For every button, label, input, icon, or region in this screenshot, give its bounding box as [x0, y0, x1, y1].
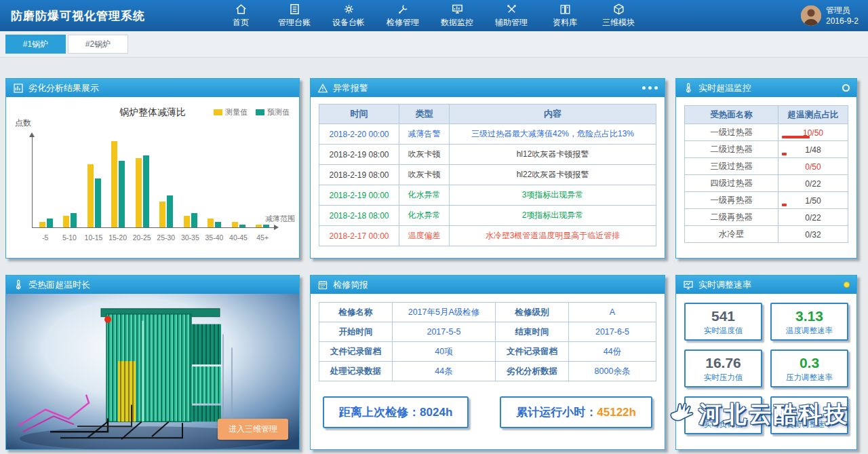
- panel-header: 检修简报: [311, 276, 665, 294]
- alarm-row: 2018-2-17 00:00温度偏差水冷壁3根管道温度明显高于临近管排: [319, 226, 656, 246]
- panel-title: 劣化分析结果展示: [28, 82, 99, 94]
- stat-label: 温度调整速率: [773, 326, 846, 336]
- bar-测量值: [159, 202, 165, 227]
- maintenance-row: 文件记录留档40项文件记录留档44份: [319, 342, 656, 362]
- chart-x-labels: -55-1010-1515-2020-2525-3030-3535-4040-4…: [32, 231, 276, 242]
- dashboard-grid: 劣化分析结果展示 点数 锅炉整体减薄比 测量值预测值 -55-1010-1515…: [0, 58, 868, 450]
- nav-item-4[interactable]: 检修管理: [387, 3, 419, 29]
- main-nav: 首页管理台账设备台帐检修管理数据监控辅助管理资料库三维模块: [225, 3, 635, 29]
- library-icon: [559, 3, 572, 16]
- x-tick-label: 40-45: [226, 231, 251, 242]
- bar-测量值: [208, 219, 214, 227]
- overtemp-table: 受热面名称 超温测点占比 一级过热器10/50二级过热器1/48三级过热器0/5…: [684, 105, 848, 243]
- bar-预测值: [143, 155, 149, 227]
- status-indicator: [844, 282, 850, 288]
- nav-item-8[interactable]: 三维模块: [602, 3, 635, 29]
- button-value: 8024h: [420, 406, 452, 419]
- tab-boiler-1[interactable]: #1锅炉: [5, 35, 66, 54]
- nav-item-5[interactable]: 数据监控: [441, 3, 473, 29]
- alarm-content: hl22吹灰器卡顿报警: [450, 165, 656, 185]
- overtemp-ratio: 1/48: [778, 145, 848, 155]
- stat-box-4: 0.3压力调整速率: [770, 349, 848, 387]
- nav-item-1[interactable]: 首页: [225, 3, 256, 29]
- boiler-3d-viewport[interactable]: 进入三维管理: [6, 294, 299, 449]
- surface-name: 三级过热器: [685, 158, 778, 175]
- legend-swatch: [256, 109, 264, 115]
- maintenance-stat-button-1[interactable]: 距离上次检修：8024h: [323, 396, 469, 428]
- avatar[interactable]: [801, 5, 821, 26]
- panel-degradation: 劣化分析结果展示 点数 锅炉整体减薄比 测量值预测值 -55-1010-1515…: [5, 78, 300, 259]
- panel-title: 实时超温监控: [698, 82, 751, 94]
- nav-item-2[interactable]: 管理台账: [278, 3, 311, 29]
- bar-group: [130, 135, 155, 227]
- legend-item: 测量值: [214, 107, 248, 117]
- panel-header: 劣化分析结果展示: [6, 79, 299, 97]
- stat-label: 负荷调整速率: [773, 419, 846, 430]
- alarm-content: 水冷壁3根管道温度明显高于临近管排: [450, 226, 656, 246]
- x-tick-label: 45+: [250, 231, 275, 242]
- nav-item-7[interactable]: 资料库: [549, 3, 580, 29]
- panel-overtemp: 实时超温监控 受热面名称 超温测点占比 一级过热器10/50二级过热器1/48三…: [675, 78, 857, 259]
- alarm-row: 2018-2-19 00:00化水异常3项指标出现异常: [319, 185, 656, 206]
- surface-name: 二级过热器: [685, 141, 778, 158]
- tab-boiler-2[interactable]: #2锅炉: [68, 35, 128, 54]
- nav-item-label: 管理台账: [278, 17, 311, 29]
- alarm-type: 化水异常: [399, 206, 450, 226]
- alarm-row: 2018-2-20 00:00减薄告警三级过热器最大减薄值42%，危险点占比13…: [319, 124, 656, 145]
- bar-测量值: [136, 158, 142, 227]
- col-time: 时间: [319, 105, 399, 124]
- panel-maintenance: 检修简报 检修名称2017年5月A级检修检修级别A开始时间2017-5-5结束时…: [310, 275, 665, 450]
- alarm-table-header: 时间 类型 内容: [319, 105, 656, 124]
- alarm-table: 时间 类型 内容 2018-2-20 00:00减薄告警三级过热器最大减薄值42…: [319, 104, 656, 246]
- maintenance-label: 开始时间: [319, 322, 393, 342]
- record-indicator: [842, 84, 850, 92]
- gear-icon: [342, 3, 355, 16]
- top-header: 防磨防爆可视化管理系统 首页管理台账设备台帐检修管理数据监控辅助管理资料库三维模…: [0, 0, 868, 31]
- stat-value: 541: [687, 307, 760, 325]
- overtemp-row: 一级再热器1/50: [685, 192, 848, 209]
- x-tick-label: 30-35: [178, 231, 203, 242]
- bar-测量值: [87, 164, 94, 228]
- alarm-type: 吹灰卡顿: [399, 145, 450, 165]
- legend-label: 预测值: [267, 107, 290, 117]
- alarm-content: 2项指标出现异常: [450, 206, 656, 226]
- alarm-time: 2018-2-20 00:00: [319, 124, 399, 145]
- alarm-type: 减薄告警: [399, 124, 450, 145]
- dot-icon: [654, 86, 658, 90]
- alarm-type: 吹灰卡顿: [399, 165, 450, 185]
- stat-value: 3.13: [773, 307, 846, 325]
- bar-group: [58, 135, 83, 227]
- maintenance-panel-body: 检修名称2017年5月A级检修检修级别A开始时间2017-5-5结束时间2017…: [311, 294, 665, 449]
- nav-item-6[interactable]: 辅助管理: [495, 3, 528, 29]
- overtemp-ratio-cell: 1/50: [778, 192, 848, 209]
- chart-legend: 测量值预测值: [214, 107, 290, 117]
- overtemp-row: 一级过热器10/50: [685, 124, 848, 141]
- app-title: 防磨防爆可视化管理系统: [11, 8, 145, 24]
- nav-item-3[interactable]: 设备台帐: [332, 3, 365, 29]
- maintenance-value: 8000余条: [569, 362, 656, 381]
- overtemp-table-body: 一级过热器10/50二级过热器1/48三级过热器0/50四级过热器0/22一级再…: [685, 124, 848, 243]
- overtemp-row: 四级过热器0/22: [685, 175, 848, 192]
- maintenance-row: 处理记录数据44条劣化分析数据8000余条: [319, 362, 656, 381]
- stats-grid: 541实时温度值3.13温度调整速率16.76实时压力值0.3压力调整速率实时负…: [676, 294, 856, 443]
- maintenance-stat-button-2[interactable]: 累计运行小时：45122h: [500, 396, 652, 428]
- user-box[interactable]: 管理员 2016-9-2: [801, 5, 859, 26]
- maintenance-row: 开始时间2017-5-5结束时间2017-6-5: [319, 322, 656, 342]
- enter-3d-button[interactable]: 进入三维管理: [218, 419, 288, 440]
- overtemp-ratio-cell: 0/22: [778, 175, 848, 192]
- alarm-content: 三级过热器最大减薄值42%，危险点占比13%: [450, 124, 656, 145]
- bar-预测值: [263, 225, 269, 227]
- maintenance-label: 文件记录留档: [496, 342, 569, 362]
- bar-测量值: [232, 222, 238, 228]
- bar-预测值: [191, 213, 197, 227]
- col-type: 类型: [399, 105, 450, 124]
- x-tick-label: 10-15: [81, 231, 106, 242]
- alarm-content: 3项指标出现异常: [450, 185, 656, 206]
- maintenance-value: 44份: [569, 342, 656, 362]
- col-content: 内容: [450, 105, 656, 124]
- button-label: 累计运行小时：: [516, 406, 597, 419]
- surface-name: 二级再热器: [685, 209, 778, 226]
- overtemp-bar: [782, 136, 810, 138]
- monitor-wave-icon: [683, 280, 694, 290]
- alarm-type: 温度偏差: [399, 226, 450, 246]
